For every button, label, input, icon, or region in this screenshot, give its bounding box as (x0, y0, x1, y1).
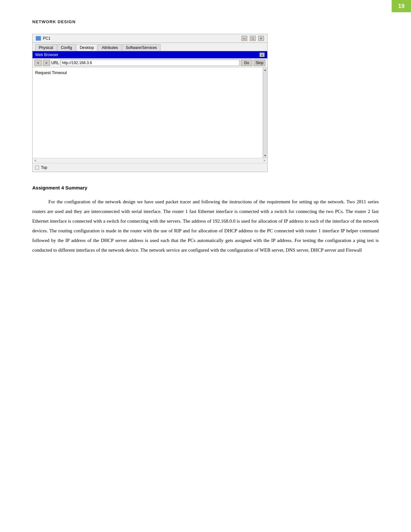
pc-icon (36, 36, 41, 41)
web-browser-title: Web Browser (35, 53, 58, 57)
tab-attributes[interactable]: Attributes (98, 44, 122, 51)
sim-body: Web Browser x < > URL Go Stop Request Ti… (33, 51, 267, 163)
page-header: NETWORK DESIGN (32, 19, 379, 24)
assignment-body: For the configuration of the network des… (32, 197, 379, 255)
assignment-section: Assignment 4 Summary For the configurati… (32, 185, 379, 255)
go-button[interactable]: Go (241, 60, 252, 66)
scroll-up-arrow[interactable]: ▲ (263, 68, 267, 72)
web-browser-close-button[interactable]: x (259, 53, 265, 57)
tab-software-services[interactable]: Software/Services (122, 44, 161, 51)
minimize-button[interactable]: — (241, 36, 247, 41)
page-number: 19 (398, 3, 405, 10)
tab-desktop[interactable]: Desktop (76, 44, 97, 51)
forward-button[interactable]: > (43, 60, 50, 66)
tab-physical[interactable]: Physical (35, 44, 57, 51)
web-browser-bar: Web Browser x (33, 51, 267, 58)
browser-content: Request Timeout (33, 68, 267, 158)
request-timeout-text: Request Timeout (35, 70, 265, 75)
assignment-heading: Assignment 4 Summary (32, 185, 379, 190)
page-number-badge: 19 (392, 0, 411, 12)
maximize-button[interactable]: □ (250, 36, 256, 41)
simulator-window: PC1 — □ × Physical Config Desktop Attrib… (32, 34, 268, 172)
sim-titlebar-left: PC1 (36, 36, 50, 41)
scroll-down-arrow[interactable]: ▼ (263, 153, 267, 158)
close-window-button[interactable]: × (258, 36, 264, 41)
tab-config[interactable]: Config (57, 44, 76, 51)
sim-titlebar: PC1 — □ × (33, 34, 267, 43)
top-label: Top (41, 165, 47, 170)
vertical-scrollbar[interactable]: ▲ ▼ (263, 68, 267, 158)
sim-tabs: Physical Config Desktop Attributes Softw… (33, 43, 267, 51)
url-bar: < > URL Go Stop (33, 58, 267, 68)
assignment-paragraph: For the configuration of the network des… (32, 197, 379, 255)
back-button[interactable]: < (34, 60, 42, 66)
horizontal-scrollbar: < > (33, 158, 267, 163)
url-input[interactable] (60, 60, 240, 66)
url-label: URL (51, 61, 59, 65)
top-checkbox[interactable] (35, 166, 39, 169)
scroll-right-arrow[interactable]: > (263, 159, 265, 162)
sim-footer: Top (33, 163, 267, 172)
scroll-left-arrow[interactable]: < (34, 159, 36, 162)
stop-button[interactable]: Stop (254, 60, 265, 66)
sim-titlebar-controls[interactable]: — □ × (241, 36, 264, 41)
page-title: NETWORK DESIGN (32, 19, 379, 24)
sim-title-text: PC1 (43, 36, 50, 41)
